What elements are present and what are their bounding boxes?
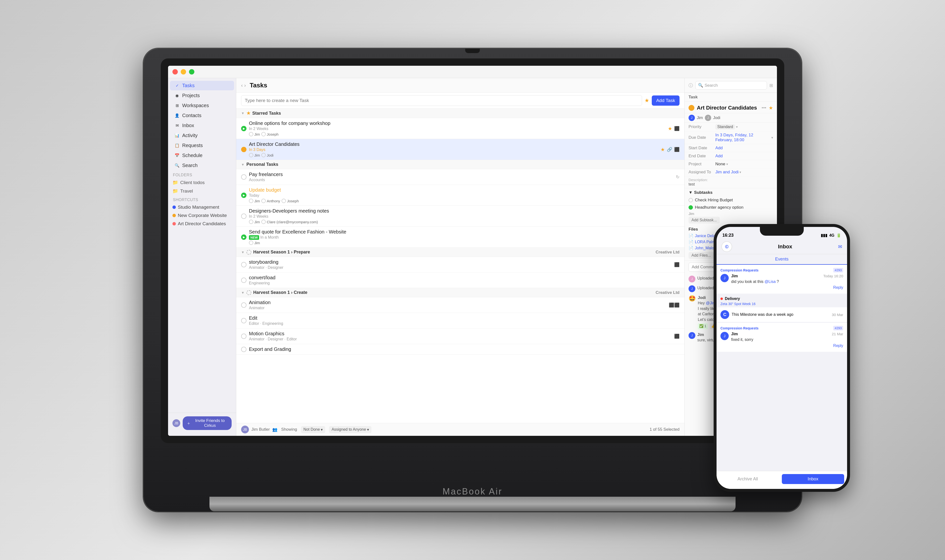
- sidebar-shortcut-art-dir[interactable]: Art Director Candidates: [168, 220, 236, 228]
- task-row[interactable]: Art Director Candidates In 3 Days Jim: [236, 139, 684, 160]
- phone-reply-button[interactable]: Reply: [720, 285, 843, 291]
- sidebar-item-inbox[interactable]: ✉ Inbox: [170, 121, 234, 130]
- task-check[interactable]: ▶: [241, 192, 246, 198]
- phone-message-card: Compression Requests #293 J Jim Today 16…: [717, 265, 847, 294]
- new-task-input[interactable]: [241, 95, 642, 106]
- subtasks-header[interactable]: ▼ Subtasks: [688, 190, 773, 195]
- sidebar-item-workspaces[interactable]: ⊞ Workspaces: [170, 101, 234, 110]
- phone-msg-text: did you look at this @Lisa ?: [731, 279, 843, 285]
- phone-msg-meta: Jim Today 16:20: [731, 274, 843, 278]
- project-value[interactable]: None: [715, 162, 725, 166]
- task-check[interactable]: [241, 147, 246, 152]
- subtask-row[interactable]: Check Hiring Budget: [688, 197, 773, 204]
- task-row[interactable]: ▶ Send quote for Excellence Fashion - We…: [236, 227, 684, 248]
- task-star-icon[interactable]: ★: [660, 146, 665, 152]
- task-row[interactable]: storyboarding Animator · Designer ⬛: [236, 257, 684, 272]
- task-flag-icon[interactable]: ⬛: [674, 126, 680, 131]
- add-task-button[interactable]: Add Task: [652, 95, 680, 106]
- task-flag-icon[interactable]: ⬛⬛: [669, 302, 680, 308]
- task-input-row: ★ Add Task: [236, 93, 684, 109]
- task-meta: NEW In a Month: [249, 235, 680, 240]
- fullscreen-button[interactable]: [189, 69, 194, 74]
- reaction-icon[interactable]: ✅ 1: [698, 323, 708, 329]
- task-check[interactable]: [241, 214, 246, 219]
- section-right-label: Creative Ltd: [656, 290, 680, 295]
- section-personal[interactable]: ▼ Personal Tasks: [236, 160, 684, 169]
- section-harvest-create[interactable]: ▼ Harvest Season 1 › Create Creative Ltd: [236, 288, 684, 297]
- back-arrow-icon[interactable]: ‹: [241, 83, 243, 88]
- not-done-filter[interactable]: Not Done ▾: [301, 426, 325, 433]
- sidebar-item-requests[interactable]: 📋 Requests: [170, 141, 234, 150]
- main-content: ‹ › Tasks ★ Add Task: [236, 78, 684, 436]
- task-row[interactable]: Designers-Developers meeting notes In 2 …: [236, 206, 684, 227]
- sidebar-shortcut-new-corp[interactable]: New Corporate Website: [168, 211, 236, 220]
- task-panel-star-icon[interactable]: ★: [769, 105, 773, 111]
- add-files-button[interactable]: Add Files...: [688, 252, 714, 259]
- sidebar-item-tasks[interactable]: ✓ Tasks: [170, 81, 234, 90]
- minimize-button[interactable]: [181, 69, 186, 74]
- forward-arrow-icon[interactable]: ›: [244, 83, 246, 88]
- assigned-to-value[interactable]: Jim and Jodi: [715, 170, 739, 175]
- panel-search[interactable]: 🔍 Search: [696, 81, 767, 89]
- due-date-value[interactable]: In 3 Days, Friday, 12 February, 18:00: [715, 133, 770, 142]
- assigned-to-field: Assigned To Jim and Jodi ▾: [685, 168, 777, 176]
- sidebar-item-projects[interactable]: ◉ Projects: [170, 91, 234, 100]
- task-check[interactable]: [241, 174, 246, 180]
- file-icon: 📄: [688, 240, 693, 244]
- grid-icon[interactable]: ⊞: [770, 83, 773, 88]
- sidebar-item-travel[interactable]: 📁 Travel: [168, 187, 236, 195]
- task-panel-check[interactable]: [688, 105, 694, 111]
- task-flag-icon[interactable]: ⬛: [674, 147, 680, 152]
- task-check[interactable]: [241, 302, 246, 308]
- sidebar-item-activity[interactable]: 📊 Activity: [170, 131, 234, 140]
- invite-friends-button[interactable]: ＋ Invite Friends to Cirkus: [183, 416, 232, 430]
- task-name: Designers-Developers meeting notes: [249, 208, 680, 214]
- subtask-check[interactable]: [688, 198, 693, 202]
- more-options-icon[interactable]: •••: [762, 105, 766, 111]
- close-button[interactable]: [172, 69, 178, 74]
- task-row[interactable]: Pay freelancers Accounts ↻: [236, 169, 684, 185]
- task-check[interactable]: [241, 278, 246, 283]
- phone-inbox-icon[interactable]: ✉: [838, 244, 842, 249]
- start-date-value[interactable]: Add: [715, 146, 723, 151]
- signal-icon: ▮▮▮: [821, 233, 827, 238]
- task-meta: In 3 Days: [249, 148, 658, 152]
- task-flag-icon[interactable]: ⬛: [674, 262, 680, 267]
- add-subtask-button[interactable]: Add Subtask...: [688, 217, 720, 223]
- task-flag-icon[interactable]: ⬛: [674, 334, 680, 339]
- task-row[interactable]: convert/load Engineering: [236, 272, 684, 288]
- task-check[interactable]: [241, 347, 246, 352]
- task-check[interactable]: [241, 262, 246, 267]
- section-starred[interactable]: ▼ ★ Starred Tasks: [236, 109, 684, 118]
- task-star-icon[interactable]: ★: [668, 126, 672, 131]
- task-check[interactable]: [241, 334, 246, 339]
- section-harvest-prepare[interactable]: ▼ Harvest Season 1 › Prepare Creative Lt…: [236, 248, 684, 257]
- task-row[interactable]: Animation Animator ⬛⬛: [236, 297, 684, 313]
- phone-reply-button-2[interactable]: Reply: [720, 343, 843, 349]
- inbox-button[interactable]: Inbox: [782, 474, 844, 484]
- sidebar-shortcut-studio[interactable]: Studio Management: [168, 203, 236, 211]
- task-check[interactable]: ▶: [241, 126, 246, 131]
- task-check[interactable]: ▶: [241, 234, 246, 240]
- assignee-chip: Joseph: [282, 198, 299, 203]
- sidebar-item-schedule[interactable]: 📅 Schedule: [170, 151, 234, 160]
- sidebar-item-contacts[interactable]: 👤 Contacts: [170, 111, 234, 120]
- phone-card-header: Compression Requests #293: [720, 326, 843, 331]
- archive-all-button[interactable]: Archive All: [717, 474, 779, 484]
- priority-value[interactable]: Standard: [715, 124, 735, 129]
- task-row[interactable]: Edit Editor · Engineering: [236, 313, 684, 328]
- phone-tab-events[interactable]: Events: [717, 254, 847, 265]
- sidebar-item-client-todos[interactable]: 📁 Client todos: [168, 178, 236, 187]
- task-check[interactable]: [241, 318, 246, 323]
- task-row[interactable]: ▶ Update budget Today Jim: [236, 185, 684, 206]
- task-row[interactable]: Export and Grading: [236, 344, 684, 355]
- end-date-value[interactable]: Add: [715, 154, 723, 158]
- assigned-filter[interactable]: Assigned to Anyone ▾: [329, 426, 371, 433]
- star-icon[interactable]: ★: [645, 97, 649, 104]
- subtask-check-done[interactable]: [688, 205, 693, 210]
- task-row[interactable]: ▶ Online options for company workshop In…: [236, 118, 684, 139]
- subtask-row[interactable]: Headhunter agency option: [688, 204, 773, 211]
- app-container: ✓ Tasks ◉ Projects ⊞ Workspaces 👤: [168, 78, 777, 436]
- sidebar-item-search[interactable]: 🔍 Search: [170, 161, 234, 170]
- task-row[interactable]: Motion Graphics Animator · Designer · Ed…: [236, 328, 684, 344]
